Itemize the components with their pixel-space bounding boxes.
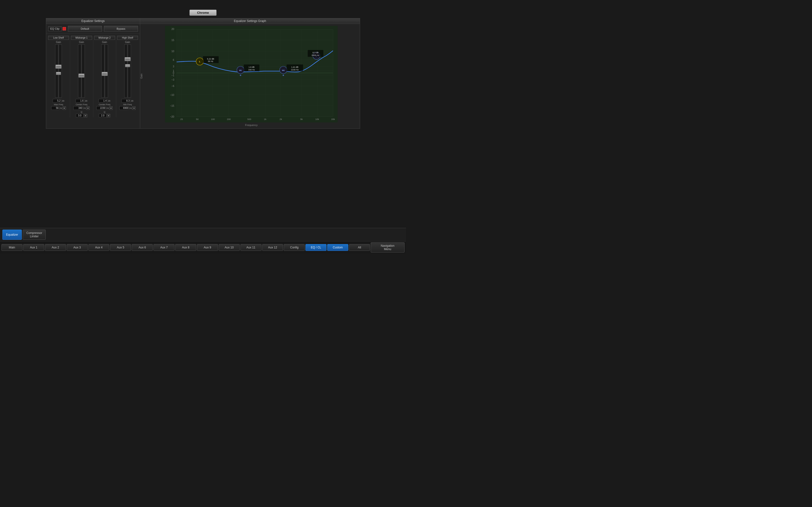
band-midrange2: Midrange 2 Gain dB Center Freq (93, 36, 116, 117)
nav-btn-all[interactable]: All (349, 244, 370, 251)
freq-label-midrange2: Center Freq (99, 103, 110, 106)
fader-low-shelf[interactable] (55, 44, 62, 98)
node-M2-dot (283, 74, 284, 76)
svg-text:1.6 dB: 1.6 dB (249, 66, 255, 68)
fader-handle-high-shelf-1[interactable] (125, 57, 131, 61)
gain-label-midrange2: Gain (102, 41, 107, 44)
hz-label-midrange2: Hz (106, 107, 109, 109)
eq-graph-svg: 20 15 10 6 (145, 26, 358, 122)
value-row-midrange2: dB (99, 99, 110, 103)
q-arrow-midrange1[interactable]: ▲ (84, 114, 87, 117)
nav-btn-aux5[interactable]: Aux 5 (110, 244, 131, 251)
svg-text:M1: M1 (239, 69, 242, 71)
q-label-midrange2: Q (104, 111, 105, 113)
nav-btn-eq-cl[interactable]: EQ / CL (305, 244, 326, 251)
value-row-high-shelf: dB (121, 99, 134, 103)
graph-xlabel: Frequency (145, 124, 358, 126)
nav-btn-aux6[interactable]: Aux 6 (132, 244, 153, 251)
nav-btn-aux1[interactable]: Aux 1 (23, 244, 44, 251)
svg-text:−1: −1 (171, 74, 174, 77)
fader-track-hs (127, 45, 128, 97)
nav-btn-aux4[interactable]: Aux 4 (89, 244, 109, 251)
gain-value-midrange2[interactable] (99, 99, 107, 103)
svg-text:20k: 20k (331, 118, 335, 120)
nav-btn-config[interactable]: Config (284, 244, 305, 251)
bypass-button[interactable]: Bypass (104, 26, 138, 32)
fader-track-m2 (104, 45, 105, 97)
gain-label-high-shelf: Gain (125, 41, 130, 44)
value-row-low-shelf: dB (53, 99, 64, 103)
band-midrange1: Midrange 1 Gain dB Center Freq (70, 36, 93, 117)
hz-label-low-shelf: Hz (60, 107, 62, 109)
eq-controls-top: EQ Clip Default Bypass (46, 24, 140, 34)
gain-value-high-shelf[interactable] (121, 99, 130, 103)
svg-text:15: 15 (171, 39, 174, 42)
eq-graph-panel: Equalizer Settings Graph Gain (140, 18, 360, 129)
fader-high-shelf[interactable] (124, 44, 131, 98)
fader-handle-high-shelf-2[interactable] (125, 64, 130, 67)
freq-arrow-low-shelf[interactable]: ▲ (63, 107, 66, 110)
freq-label-midrange1: Center Freq (75, 103, 87, 106)
hz-label-high-shelf: Hz (129, 107, 132, 109)
eq-graph-title: Equalizer Settings Graph (140, 18, 360, 24)
q-row-midrange1: ▲ (76, 114, 87, 117)
nav-btn-aux9[interactable]: Aux 9 (197, 244, 218, 251)
eq-settings-title: Equalizer Settings (46, 18, 140, 24)
freq-row-midrange1: Hz ▲ (73, 106, 90, 110)
freq-arrow-midrange1[interactable]: ▲ (86, 107, 90, 110)
svg-text:20: 20 (171, 28, 174, 31)
fader-midrange1[interactable] (78, 44, 85, 98)
graph-content: 20 15 10 6 (143, 24, 360, 128)
db-label-low-shelf: dB (62, 100, 64, 102)
gain-value-low-shelf[interactable] (53, 99, 61, 103)
nav-btn-aux7[interactable]: Aux 7 (153, 244, 174, 251)
svg-text:25: 25 (180, 118, 183, 120)
q-label-midrange1: Q (81, 111, 83, 113)
svg-text:6: 6 (173, 59, 174, 61)
tab-compressor-limiter[interactable]: Compressor Limiter (23, 230, 46, 240)
q-arrow-midrange2[interactable]: ▲ (107, 114, 110, 117)
db-label-high-shelf: dB (131, 100, 134, 102)
svg-text:3: 3 (173, 65, 174, 68)
nav-btn-main[interactable]: Main (1, 244, 22, 251)
fader-handle-low-shelf-2[interactable] (56, 72, 61, 75)
nav-btn-aux8[interactable]: Aux 8 (175, 244, 196, 251)
nav-btn-aux12[interactable]: Aux 12 (262, 244, 283, 251)
nav-btn-aux10[interactable]: Aux 10 (219, 244, 240, 251)
fader-handle-midrange1[interactable] (79, 74, 84, 77)
default-button[interactable]: Default (68, 26, 102, 32)
fader-handle-midrange2[interactable] (102, 72, 108, 76)
nav-btn-aux2[interactable]: Aux 2 (45, 244, 66, 251)
freq-arrow-high-shelf[interactable]: ▲ (132, 107, 136, 110)
svg-text:−3: −3 (171, 78, 174, 81)
main-content: Chrome Equalizer Settings EQ Clip Defaul… (46, 10, 360, 129)
gain-label-low-shelf: Gain (56, 41, 61, 44)
svg-text:5.22 dB: 5.22 dB (207, 58, 214, 60)
nav-btn-aux11[interactable]: Aux 11 (241, 244, 261, 251)
freq-value-midrange1[interactable] (73, 106, 83, 110)
svg-text:−10: −10 (170, 94, 174, 96)
hz-label-midrange1: Hz (83, 107, 86, 109)
graph-ylabel: Gain (140, 24, 143, 128)
q-value-midrange1[interactable] (76, 114, 84, 117)
svg-text:−15: −15 (170, 105, 174, 107)
freq-arrow-midrange2[interactable]: ▲ (109, 107, 113, 110)
svg-text:2k: 2k (280, 118, 282, 120)
freq-value-midrange2[interactable] (96, 106, 106, 110)
gain-value-midrange1[interactable] (75, 99, 84, 103)
panels-row: Equalizer Settings EQ Clip Default Bypas… (46, 18, 360, 129)
eq-settings-panel: Equalizer Settings EQ Clip Default Bypas… (46, 18, 140, 129)
svg-text:200: 200 (227, 118, 231, 120)
chrome-button[interactable]: Chrome (190, 10, 216, 16)
nav-btn-aux3[interactable]: Aux 3 (67, 244, 88, 251)
nav-btn-custom[interactable]: Custom (327, 244, 348, 251)
fader-midrange2[interactable] (101, 44, 108, 98)
nav-btn-navigation-menu[interactable]: Navigation Menu (371, 242, 405, 252)
svg-text:340 Hz: 340 Hz (248, 68, 255, 71)
freq-value-low-shelf[interactable] (51, 106, 59, 110)
gain-label-midrange1: Gain (79, 41, 84, 44)
freq-value-high-shelf[interactable] (119, 106, 129, 110)
tab-equalizer[interactable]: Equalizer (2, 230, 22, 240)
fader-handle-low-shelf-1[interactable] (56, 65, 61, 68)
q-value-midrange2[interactable] (99, 114, 107, 117)
